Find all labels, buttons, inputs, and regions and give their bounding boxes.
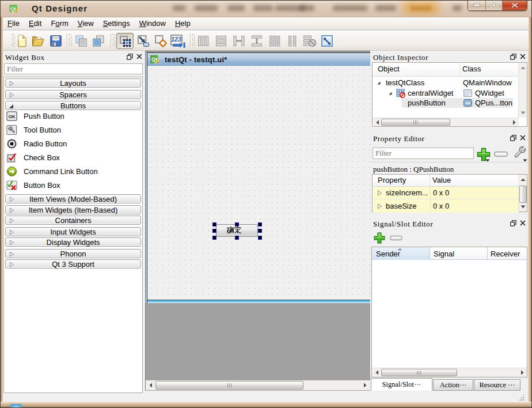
signal-slot-hscrollbar[interactable] xyxy=(372,368,527,377)
toolbar-grip[interactable] xyxy=(69,34,73,48)
layout-grid-button[interactable] xyxy=(267,33,282,48)
class-cell[interactable]: QWidget xyxy=(475,89,504,97)
adjust-size-button[interactable] xyxy=(320,33,335,48)
edit-widgets-button[interactable] xyxy=(116,33,134,49)
tab-action-editor[interactable]: Action··· xyxy=(433,379,473,391)
maximize-button[interactable] xyxy=(486,0,503,10)
save-form-button[interactable] xyxy=(48,33,63,48)
category-layouts[interactable]: Layouts xyxy=(5,78,141,88)
edit-tab-order-button[interactable]: 123 xyxy=(169,33,188,48)
add-connection-button[interactable] xyxy=(373,232,386,244)
open-form-button[interactable] xyxy=(31,33,45,48)
scroll-left-icon[interactable] xyxy=(147,381,154,389)
menu-edit[interactable]: Edit xyxy=(24,18,46,29)
column-signal[interactable]: Signal xyxy=(434,250,454,258)
selection-handle[interactable] xyxy=(258,222,262,226)
float-panel-icon[interactable] xyxy=(510,54,516,60)
value-cell[interactable]: 0 x 0 xyxy=(433,188,449,197)
ss-hscroll-thumb[interactable] xyxy=(381,369,457,376)
menu-window[interactable]: Window xyxy=(135,18,170,29)
oi-hscroll-thumb[interactable] xyxy=(381,119,450,126)
pe-vscroll-thumb[interactable] xyxy=(519,186,527,203)
selection-handle[interactable] xyxy=(235,222,239,226)
edit-signals-slots-button[interactable] xyxy=(136,33,151,48)
layout-horizontal-splitter-button[interactable] xyxy=(231,33,246,48)
layout-form-button[interactable] xyxy=(285,33,300,48)
category-spacers[interactable]: Spacers xyxy=(5,90,141,99)
minimize-button[interactable] xyxy=(468,0,486,10)
property-row-basesize[interactable]: baseSize 0 x 0 xyxy=(373,200,519,213)
property-editor-vscrollbar[interactable] xyxy=(518,175,527,211)
float-panel-icon[interactable] xyxy=(510,220,516,226)
selection-handle[interactable] xyxy=(258,236,262,240)
selection-handle[interactable] xyxy=(212,236,216,240)
scroll-down-icon[interactable] xyxy=(519,203,527,210)
form-bottom-edge[interactable] xyxy=(147,300,370,303)
column-receiver[interactable]: Receiver xyxy=(491,250,520,258)
new-form-button[interactable] xyxy=(15,33,30,48)
selection-handle[interactable] xyxy=(212,222,216,226)
scroll-up-icon[interactable] xyxy=(519,64,527,71)
close-panel-icon[interactable] xyxy=(136,54,142,59)
object-cell[interactable]: testQtClass xyxy=(386,78,424,87)
menu-form[interactable]: Form xyxy=(46,18,73,29)
category-item-widgets[interactable]: Item Widgets (Item-Based) xyxy=(5,205,141,214)
scroll-up-icon[interactable] xyxy=(519,176,527,183)
column-value[interactable]: Value xyxy=(432,176,451,184)
expanded-arrow-icon[interactable] xyxy=(377,81,381,85)
form-titlebar[interactable]: Qt testQt - testqt.ui* xyxy=(147,52,370,66)
category-phonon[interactable]: Phonon xyxy=(5,249,141,258)
float-panel-icon[interactable] xyxy=(127,54,133,60)
scroll-right-icon[interactable] xyxy=(518,369,526,376)
selection-handle[interactable] xyxy=(212,229,216,233)
category-display-widgets[interactable]: Display Widgets xyxy=(5,237,141,247)
form-canvas[interactable] xyxy=(147,66,370,300)
widget-box-filter-input[interactable] xyxy=(4,63,143,74)
column-sender[interactable]: Sender xyxy=(376,250,400,258)
menu-settings[interactable]: Settings xyxy=(98,18,135,29)
mdi-hscroll-thumb[interactable] xyxy=(155,381,303,390)
scroll-right-icon[interactable] xyxy=(361,381,368,389)
close-panel-icon[interactable] xyxy=(520,54,526,59)
remove-property-button[interactable] xyxy=(494,152,508,157)
column-property[interactable]: Property xyxy=(378,176,406,184)
selection-handle[interactable] xyxy=(258,229,262,233)
layout-horizontally-button[interactable] xyxy=(196,33,211,48)
category-item-views[interactable]: Item Views (Model-Based) xyxy=(5,194,141,203)
class-cell[interactable]: QPus...tton xyxy=(475,99,512,107)
break-layout-button[interactable] xyxy=(302,33,317,48)
value-cell[interactable]: 0 x 0 xyxy=(433,202,449,210)
tab-signal-slot-editor[interactable]: Signal/Slot··· xyxy=(371,378,432,391)
column-object[interactable]: Object xyxy=(378,65,400,73)
tab-resource-browser[interactable]: Resource ··· xyxy=(474,379,520,391)
category-input-widgets[interactable]: Input Widgets xyxy=(5,227,141,236)
float-panel-icon[interactable] xyxy=(510,135,516,141)
row-centralwidget[interactable]: centralWidget QWidget xyxy=(373,88,519,98)
close-button[interactable] xyxy=(503,0,527,10)
category-qt3-support[interactable]: Qt 3 Support xyxy=(5,259,141,269)
collapsed-arrow-icon[interactable] xyxy=(377,203,382,209)
object-inspector-vscrollbar[interactable] xyxy=(518,63,527,118)
expanded-arrow-icon[interactable] xyxy=(388,91,393,96)
menu-view[interactable]: View xyxy=(73,18,98,29)
scroll-right-icon[interactable] xyxy=(510,119,518,126)
mdi-hscrollbar[interactable] xyxy=(146,380,370,390)
category-buttons[interactable]: Buttons xyxy=(5,101,141,110)
property-cell[interactable]: sizeIncrem... xyxy=(386,188,428,197)
selection-handle[interactable] xyxy=(235,236,239,240)
menu-file[interactable]: File xyxy=(3,18,24,29)
edit-buddies-button[interactable] xyxy=(153,33,168,48)
copy-forward-button[interactable] xyxy=(91,33,106,48)
remove-connection-button[interactable] xyxy=(390,236,402,240)
category-containers[interactable]: Containers xyxy=(5,216,141,225)
configure-property-editor-button[interactable] xyxy=(512,145,527,160)
object-cell[interactable]: centralWidget xyxy=(408,89,453,97)
menu-help[interactable]: Help xyxy=(170,18,195,29)
scroll-left-icon[interactable] xyxy=(373,369,381,376)
object-inspector-hscrollbar[interactable] xyxy=(373,118,519,126)
close-panel-icon[interactable] xyxy=(520,220,526,226)
property-filter-input[interactable] xyxy=(373,148,474,159)
scroll-down-icon[interactable] xyxy=(519,109,527,116)
row-pushbutton[interactable]: pushButton OK QPus...tton xyxy=(373,98,519,108)
resize-grip[interactable] xyxy=(518,394,525,401)
